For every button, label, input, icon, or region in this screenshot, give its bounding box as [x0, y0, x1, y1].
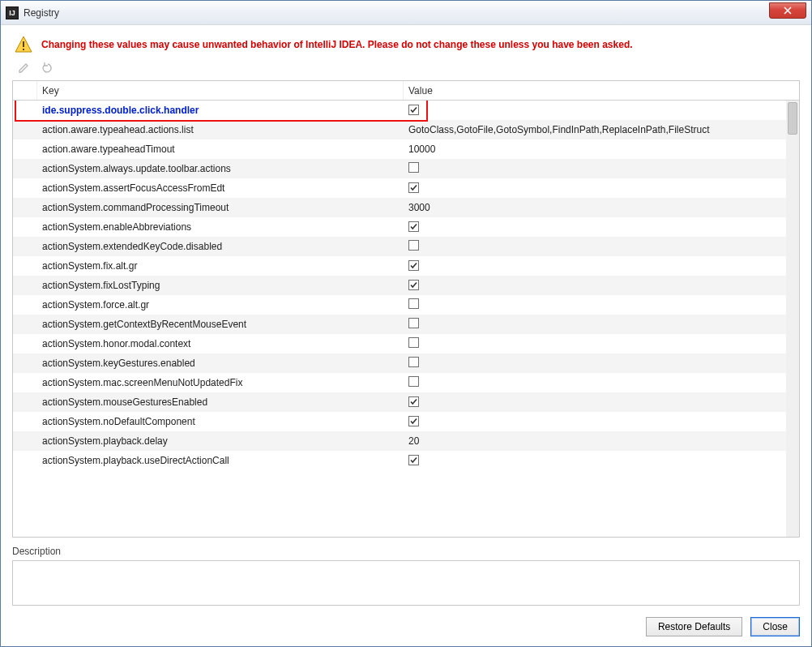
- warning-icon: [14, 35, 33, 54]
- row-key: actionSystem.always.update.toolbar.actio…: [37, 163, 404, 174]
- window-close-button[interactable]: [769, 2, 806, 19]
- row-key: actionSystem.fixLostTyping: [37, 280, 404, 291]
- table-row[interactable]: actionSystem.playback.delay20: [13, 431, 799, 451]
- table-row[interactable]: actionSystem.always.update.toolbar.actio…: [13, 159, 799, 178]
- checkbox[interactable]: [408, 260, 419, 271]
- table-row[interactable]: ide.suppress.double.click.handler: [13, 101, 799, 120]
- window-title: Registry: [24, 7, 59, 19]
- table-row[interactable]: actionSystem.commandProcessingTimeout300…: [13, 198, 799, 217]
- table-row[interactable]: actionSystem.mouseGesturesEnabled: [13, 392, 799, 412]
- row-value[interactable]: 20: [404, 435, 799, 447]
- revert-button[interactable]: [40, 61, 54, 75]
- row-value[interactable]: 10000: [404, 144, 799, 155]
- row-value[interactable]: [404, 318, 799, 331]
- table-row[interactable]: actionSystem.keyGestures.enabled: [13, 353, 799, 373]
- row-key: actionSystem.mouseGesturesEnabled: [37, 396, 404, 408]
- table-row[interactable]: actionSystem.fix.alt.gr: [13, 256, 799, 276]
- row-value[interactable]: GotoClass,GotoFile,GotoSymbol,FindInPath…: [404, 124, 799, 135]
- table-row[interactable]: actionSystem.fixLostTyping: [13, 276, 799, 295]
- checkbox[interactable]: [408, 182, 419, 193]
- row-value[interactable]: [404, 240, 799, 253]
- row-key: actionSystem.assertFocusAccessFromEdt: [37, 182, 404, 194]
- table-row[interactable]: actionSystem.honor.modal.context: [13, 334, 799, 353]
- close-button[interactable]: Close: [750, 617, 800, 636]
- row-key: actionSystem.commandProcessingTimeout: [37, 202, 404, 213]
- checkbox[interactable]: [408, 105, 419, 115]
- row-key: actionSystem.extendedKeyCode.disabled: [37, 241, 404, 252]
- table-row[interactable]: actionSystem.extendedKeyCode.disabled: [13, 237, 799, 256]
- table-row[interactable]: actionSystem.force.alt.gr: [13, 295, 799, 315]
- description-box: [12, 560, 800, 606]
- header-key[interactable]: Key: [37, 81, 404, 100]
- checkbox[interactable]: [408, 357, 419, 367]
- close-icon: [783, 6, 793, 15]
- checkbox[interactable]: [408, 396, 419, 407]
- header-gutter: [13, 81, 37, 100]
- titlebar: IJ Registry: [1, 1, 811, 25]
- row-key: actionSystem.fix.alt.gr: [37, 260, 404, 272]
- row-key: actionSystem.playback.useDirectActionCal…: [37, 455, 404, 466]
- checkbox[interactable]: [408, 240, 419, 251]
- row-value[interactable]: [404, 376, 799, 389]
- toolbar: [12, 61, 800, 80]
- dialog-footer: Restore Defaults Close: [12, 606, 800, 636]
- row-value[interactable]: [404, 221, 799, 234]
- warning-text: Changing these values may cause unwanted…: [41, 39, 633, 50]
- checkbox[interactable]: [408, 455, 419, 465]
- row-key: actionSystem.mac.screenMenuNotUpdatedFix: [37, 377, 404, 388]
- row-value[interactable]: [404, 298, 799, 311]
- table-row[interactable]: actionSystem.getContextByRecentMouseEven…: [13, 315, 799, 334]
- svg-rect-1: [23, 49, 24, 50]
- row-value[interactable]: [404, 280, 799, 292]
- row-value[interactable]: [404, 396, 799, 409]
- app-icon: IJ: [6, 6, 19, 19]
- row-value[interactable]: [404, 357, 799, 370]
- svg-rect-0: [23, 41, 24, 47]
- row-value[interactable]: [404, 337, 799, 350]
- revert-icon: [41, 62, 53, 75]
- row-key: actionSystem.force.alt.gr: [37, 299, 404, 311]
- row-key: actionSystem.honor.modal.context: [37, 338, 404, 349]
- table-row[interactable]: action.aware.typeaheadTimout10000: [13, 139, 799, 159]
- table-body: ide.suppress.double.click.handleraction.…: [13, 101, 799, 537]
- row-value[interactable]: [404, 105, 799, 117]
- checkbox[interactable]: [408, 416, 419, 426]
- edit-button[interactable]: [17, 61, 32, 75]
- description-section: Description: [12, 546, 800, 606]
- warning-banner: Changing these values may cause unwanted…: [12, 33, 800, 61]
- row-key: ide.suppress.double.click.handler: [37, 105, 404, 116]
- row-key: action.aware.typeahead.actions.list: [37, 124, 404, 135]
- table-row[interactable]: action.aware.typeahead.actions.listGotoC…: [13, 120, 799, 139]
- checkbox[interactable]: [408, 337, 419, 348]
- table-row[interactable]: actionSystem.mac.screenMenuNotUpdatedFix: [13, 373, 799, 392]
- table-header: Key Value: [13, 81, 799, 101]
- checkbox[interactable]: [408, 280, 419, 290]
- row-value[interactable]: [404, 455, 799, 467]
- row-key: actionSystem.playback.delay: [37, 435, 404, 447]
- row-key: actionSystem.getContextByRecentMouseEven…: [37, 319, 404, 330]
- checkbox[interactable]: [408, 376, 419, 387]
- row-value[interactable]: [404, 182, 799, 195]
- header-value[interactable]: Value: [404, 81, 799, 100]
- checkbox[interactable]: [408, 318, 419, 328]
- row-value[interactable]: [404, 416, 799, 428]
- restore-defaults-button[interactable]: Restore Defaults: [646, 617, 742, 636]
- checkbox[interactable]: [408, 162, 419, 173]
- row-key: actionSystem.noDefaultComponent: [37, 416, 404, 427]
- row-key: actionSystem.keyGestures.enabled: [37, 358, 404, 369]
- description-label: Description: [12, 546, 800, 557]
- row-value[interactable]: [404, 260, 799, 272]
- checkbox[interactable]: [408, 221, 419, 232]
- checkbox[interactable]: [408, 298, 419, 309]
- vertical-scrollbar[interactable]: [786, 101, 799, 537]
- registry-table: Key Value ide.suppress.double.click.hand…: [12, 80, 800, 538]
- table-row[interactable]: actionSystem.noDefaultComponent: [13, 412, 799, 431]
- scrollbar-thumb[interactable]: [788, 102, 797, 135]
- edit-icon: [18, 62, 31, 75]
- table-row[interactable]: actionSystem.enableAbbreviations: [13, 217, 799, 237]
- dialog-content: Changing these values may cause unwanted…: [1, 25, 811, 646]
- row-value[interactable]: 3000: [404, 202, 799, 213]
- row-value[interactable]: [404, 162, 799, 175]
- table-row[interactable]: actionSystem.assertFocusAccessFromEdt: [13, 178, 799, 198]
- table-row[interactable]: actionSystem.playback.useDirectActionCal…: [13, 451, 799, 470]
